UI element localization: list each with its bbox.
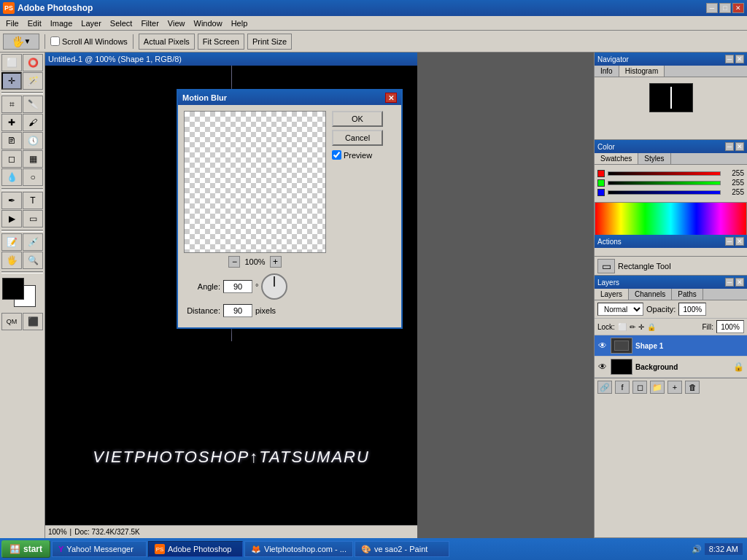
healing-tool[interactable]: ✚ (1, 114, 22, 131)
quick-mask-btn[interactable]: QM (1, 313, 22, 330)
layers-close[interactable]: ✕ (735, 278, 744, 287)
fill-input[interactable] (716, 320, 744, 333)
link-layers-btn[interactable]: 🔗 (597, 381, 612, 394)
zoom-out-button[interactable]: − (228, 256, 240, 268)
add-mask-btn[interactable]: ◻ (632, 381, 647, 394)
layer-eye-shape1[interactable]: 👁 (597, 341, 608, 351)
opacity-input[interactable] (678, 303, 706, 316)
taskbar-yahoo[interactable]: Y Yahoo! Messenger (52, 541, 147, 557)
magic-wand-tool[interactable]: 🪄 (23, 72, 43, 90)
angle-dial[interactable] (261, 273, 287, 300)
layer-eye-bg[interactable]: 👁 (597, 362, 608, 372)
menu-window[interactable]: Window (190, 18, 227, 29)
ok-button[interactable]: OK (332, 111, 383, 127)
panel-close[interactable]: ✕ (735, 55, 744, 63)
scroll-all-checkbox[interactable] (50, 36, 60, 46)
tab-styles[interactable]: Styles (638, 153, 670, 164)
foreground-color[interactable] (2, 278, 24, 300)
color-selector[interactable] (2, 278, 43, 307)
layer-row-background[interactable]: 👁 Background 🔒 (595, 357, 747, 378)
history-brush-tool[interactable]: 🕔 (23, 132, 43, 149)
actions-close[interactable]: ✕ (735, 237, 744, 246)
start-button[interactable]: 🪟 start (1, 540, 50, 558)
blue-slider[interactable] (608, 190, 721, 195)
color-panel-minimize[interactable]: ─ (725, 142, 734, 151)
green-slider[interactable] (608, 181, 721, 185)
move-tool[interactable]: ✛ (1, 72, 22, 90)
menu-filter[interactable]: Filter (136, 18, 163, 29)
tab-paths[interactable]: Paths (672, 289, 703, 300)
restore-button[interactable]: □ (719, 3, 731, 13)
firefox-icon: 🦊 (251, 545, 261, 554)
gradient-tool[interactable]: ▦ (23, 150, 43, 168)
lock-position[interactable]: ✛ (638, 323, 644, 331)
minimize-button[interactable]: ─ (706, 3, 718, 13)
marquee-tool[interactable]: ⬜ (1, 54, 22, 71)
zoom-tool[interactable]: 🔍 (23, 252, 43, 269)
menu-help[interactable]: Help (227, 18, 252, 29)
fit-screen-button[interactable]: Fit Screen (198, 34, 244, 50)
actual-pixels-button[interactable]: Actual Pixels (139, 34, 195, 50)
delete-layer-btn[interactable]: 🗑 (685, 381, 700, 394)
scroll-all-windows-check[interactable]: Scroll All Windows (50, 36, 128, 46)
tab-info[interactable]: Info (595, 66, 619, 77)
preview-checkbox[interactable] (332, 150, 341, 160)
lasso-tool[interactable]: ⭕ (23, 54, 43, 71)
lock-pixels[interactable]: ✏ (630, 323, 635, 331)
eraser-tool[interactable]: ◻ (1, 150, 22, 168)
blur-tool[interactable]: 💧 (1, 168, 22, 186)
taskbar-paint[interactable]: 🎨 ve sao2 - Paint (355, 541, 449, 557)
path-selection-tool[interactable]: ▶ (1, 210, 22, 228)
screen-mode-btn[interactable]: ⬛ (23, 313, 43, 330)
notes-tool[interactable]: 📝 (1, 233, 22, 251)
panel-minimize[interactable]: ─ (725, 55, 734, 63)
dialog-close-button[interactable]: ✕ (385, 93, 397, 103)
pen-tool[interactable]: ✒ (1, 192, 22, 209)
tab-swatches[interactable]: Swatches (595, 153, 638, 164)
actions-minimize[interactable]: ─ (725, 237, 734, 246)
blend-mode-select[interactable]: Normal (597, 303, 643, 316)
menu-image[interactable]: Image (46, 18, 77, 29)
add-style-btn[interactable]: f (615, 381, 630, 394)
print-size-button[interactable]: Print Size (247, 34, 292, 50)
menu-file[interactable]: File (1, 18, 23, 29)
layer-row-shape1[interactable]: 👁 Shape 1 (595, 335, 747, 357)
hand-tool-option[interactable]: 🖐 ▼ (3, 34, 39, 50)
tab-channels[interactable]: Channels (629, 289, 672, 300)
cancel-button[interactable]: Cancel (332, 130, 383, 146)
close-button[interactable]: ✕ (732, 3, 744, 13)
menu-select[interactable]: Select (106, 18, 137, 29)
tool-separator-2 (1, 188, 43, 190)
dodge-tool[interactable]: ○ (23, 168, 43, 186)
eyedropper-tool[interactable]: 💉 (23, 233, 43, 251)
dialog-title-bar: Motion Blur ✕ (178, 90, 401, 105)
histogram-line (670, 87, 672, 109)
layers-minimize[interactable]: ─ (725, 278, 734, 287)
tab-layers[interactable]: Layers (595, 289, 629, 300)
red-slider[interactable] (608, 171, 721, 176)
menu-view[interactable]: View (163, 18, 190, 29)
motion-blur-dialog: Motion Blur ✕ − 100% + Angle: (177, 89, 403, 329)
zoom-in-button[interactable]: + (270, 256, 282, 268)
crop-tool[interactable]: ⌗ (1, 96, 22, 113)
tab-histogram[interactable]: Histogram (619, 66, 665, 77)
taskbar-firefox[interactable]: 🦊 Vietphotoshop.com - ... (244, 541, 353, 557)
type-tool[interactable]: T (23, 192, 43, 209)
new-layer-btn[interactable]: + (667, 381, 682, 394)
brush-tool[interactable]: 🖌 (23, 114, 43, 131)
lock-all[interactable]: 🔒 (647, 323, 656, 331)
new-group-btn[interactable]: 📁 (650, 381, 665, 394)
color-panel-close[interactable]: ✕ (735, 142, 744, 151)
layer-name-bg: Background (635, 363, 678, 371)
dialog-fields: Angle: ° Distance: pixels (184, 273, 326, 317)
lock-transparent[interactable]: ⬜ (618, 323, 627, 331)
angle-input[interactable] (223, 280, 252, 293)
distance-input[interactable] (223, 304, 252, 317)
menu-edit[interactable]: Edit (23, 18, 46, 29)
shape-tool[interactable]: ▭ (23, 210, 43, 228)
taskbar-photoshop[interactable]: PS Adobe Photoshop (148, 541, 243, 557)
menu-layer[interactable]: Layer (77, 18, 106, 29)
slice-tool[interactable]: 🔪 (23, 96, 43, 113)
hand-tool[interactable]: 🖐 (1, 252, 22, 269)
stamp-tool[interactable]: 🖹 (1, 132, 22, 149)
